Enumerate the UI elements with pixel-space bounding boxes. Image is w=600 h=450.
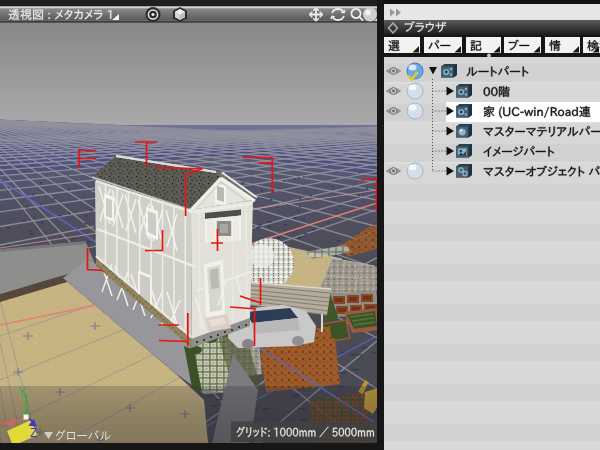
svg-text:Y: Y <box>18 385 26 399</box>
svg-text:X: X <box>0 417 8 429</box>
svg-text:Z: Z <box>30 426 37 440</box>
